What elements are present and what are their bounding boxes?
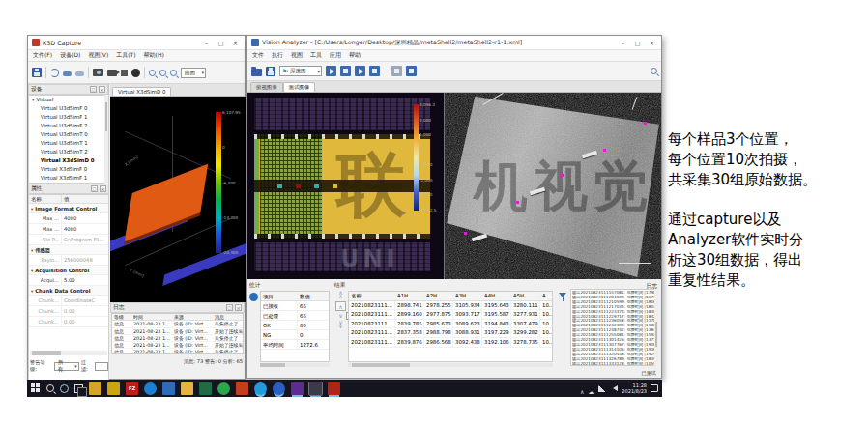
property-group[interactable]: 传感器: [29, 245, 108, 255]
dock-icon[interactable]: [226, 304, 233, 311]
disconnect-icon[interactable]: [75, 71, 84, 76]
property-row[interactable]: File P...C:\Program Fil...: [29, 235, 108, 245]
analyzer-log-list[interactable]: 输出20210823111157081: 花费时间 [1798 msecs]输出…: [570, 289, 658, 366]
viewport-tab[interactable]: Virtual X3dSimD 0: [112, 87, 171, 96]
horizontal-scrollbar[interactable]: [348, 363, 553, 367]
zoom-icon[interactable]: [651, 68, 657, 74]
start-button[interactable]: [31, 383, 41, 393]
statistics-row[interactable]: 平均时间 1272.6: [261, 340, 329, 350]
tree-item[interactable]: Virtual X3dSimF 1: [29, 174, 108, 183]
property-row[interactable]: Max ...4000: [29, 224, 108, 235]
capture-titlebar[interactable]: X3D Capture: [28, 36, 245, 50]
results-row[interactable]: 20210823111... 2899.160 2977.875 3093.71…: [349, 310, 552, 320]
analyzer-titlebar[interactable]: Vision Analyzer - [C:/Users/Longer/Deskt…: [247, 36, 661, 50]
tree-item[interactable]: Virtual U3dSimF 0: [29, 104, 108, 113]
filter-level-select[interactable]: 所有: [54, 362, 79, 371]
property-row[interactable]: Max ...4000: [29, 213, 108, 224]
taskbar-clock[interactable]: 11:28 2021/8/23: [622, 382, 647, 394]
statistics-row[interactable]: 已接收 65: [261, 301, 329, 311]
tree-item-selected[interactable]: Virtual X3dSimD 0: [29, 156, 108, 165]
close-icon[interactable]: [100, 185, 106, 192]
filter-input[interactable]: [95, 362, 108, 371]
maximize-button[interactable]: [214, 37, 228, 48]
step-button[interactable]: [355, 66, 365, 76]
tray-chevron-up-icon[interactable]: [580, 380, 584, 398]
property-row[interactable]: Chunk...0.00: [29, 317, 108, 327]
zoom-fit-icon[interactable]: [170, 70, 177, 76]
tree-root[interactable]: Virtual: [29, 96, 108, 104]
record-button[interactable]: [391, 66, 402, 76]
snapshot-icon[interactable]: [93, 69, 103, 76]
results-row[interactable]: 20210823111... 2839.785 2985.673 3089.62…: [349, 320, 552, 329]
taskbar-app-excel[interactable]: [199, 382, 212, 395]
taskbar-app-wechat[interactable]: [217, 382, 230, 395]
statistics-row[interactable]: NG 0: [261, 330, 329, 340]
taskbar-app-mail[interactable]: [162, 382, 175, 395]
search-icon[interactable]: [46, 384, 54, 392]
log-row[interactable]: 信息 2021-08-23 1... 设备 (ID: Virt... 采集停止了: [112, 349, 243, 354]
cortana-icon[interactable]: [60, 384, 69, 393]
minimize-button[interactable]: [199, 37, 214, 48]
tab-top-view[interactable]: 俯视图像: [250, 82, 283, 92]
menu-item[interactable]: 帮助: [349, 51, 361, 60]
save-icon[interactable]: [266, 67, 275, 76]
results-row[interactable]: 20210823111... 2839.876 2986.568 3092.43…: [349, 338, 552, 348]
tree-item[interactable]: Virtual U3dSimT 0: [29, 130, 108, 139]
grayscale-image[interactable]: 机视觉: [445, 93, 661, 279]
property-row[interactable]: Paylo...256000048: [29, 255, 108, 266]
cloud-icon[interactable]: [588, 380, 594, 398]
next-result-icon[interactable]: [338, 314, 342, 318]
record-icon[interactable]: [131, 69, 140, 77]
dock-icon[interactable]: [90, 86, 97, 93]
menu-item[interactable]: 应用: [330, 51, 341, 60]
menu-item[interactable]: 视图(V): [88, 51, 108, 60]
menu-item[interactable]: 执行: [272, 51, 283, 60]
horizontal-scrollbar[interactable]: [260, 363, 330, 367]
taskbar-app-sticky-notes[interactable]: [89, 382, 101, 395]
taskbar-app-file-explorer[interactable]: [181, 382, 193, 395]
statistics-row[interactable]: 已处理 65: [261, 311, 329, 321]
refresh-icon[interactable]: [50, 69, 59, 77]
stop-button[interactable]: [340, 66, 351, 76]
taskbar-app-powerpoint[interactable]: [236, 382, 248, 395]
task-view-icon[interactable]: [74, 384, 83, 393]
info-icon[interactable]: [249, 293, 258, 301]
tree-item[interactable]: Virtual U3dSimF 2: [29, 122, 108, 130]
first-result-icon[interactable]: [338, 291, 342, 298]
close-button[interactable]: [645, 37, 659, 48]
save-icon[interactable]: [32, 68, 42, 77]
network-icon[interactable]: [598, 385, 606, 392]
menu-item[interactable]: 视图: [291, 51, 303, 60]
stop-icon[interactable]: [121, 70, 128, 76]
run-button[interactable]: [326, 66, 336, 76]
filter-icon[interactable]: [559, 293, 567, 301]
property-row[interactable]: Chunk...0.00: [29, 306, 108, 317]
menu-item[interactable]: 工具(T): [116, 51, 135, 60]
last-result-icon[interactable]: [338, 321, 342, 328]
property-group[interactable]: Chunk Data Control: [29, 286, 108, 296]
results-row[interactable]: 20210823111... 2898.741 2978.255 3105.93…: [349, 301, 552, 311]
close-button[interactable]: [228, 37, 243, 48]
log-row[interactable]: 信息 2021-08-23 1... 设备 (ID: Virt... 开始了连续…: [112, 342, 243, 349]
taskbar-app-capture[interactable]: [291, 382, 304, 395]
statistics-row[interactable]: OK 65: [261, 321, 329, 330]
taskbar-app-filezilla[interactable]: FZ: [126, 382, 138, 395]
menu-item[interactable]: 设备(D): [60, 51, 80, 60]
menu-item[interactable]: 文件: [252, 51, 264, 60]
open-icon[interactable]: [251, 69, 262, 76]
log-entry[interactable]: 输出20210823111333128: 花费时间 [1059 msecs]: [572, 362, 657, 366]
connect-icon[interactable]: [63, 71, 72, 76]
minimize-button[interactable]: [616, 37, 630, 48]
image-source-select[interactable]: b: 深度图: [279, 66, 322, 76]
property-row[interactable]: Chunk...CoordinateC: [29, 296, 108, 306]
tree-item[interactable]: Virtual U3dSimT 1: [29, 139, 108, 148]
horizontal-scrollbar[interactable]: [30, 351, 107, 355]
menu-item[interactable]: 帮助(H): [144, 51, 164, 60]
tab-test-image[interactable]: 测试图像: [283, 82, 316, 92]
settings-button[interactable]: [406, 66, 417, 76]
volume-icon[interactable]: [610, 385, 618, 391]
taskbar-app-browser[interactable]: [273, 382, 285, 395]
taskbar-app-utility[interactable]: [107, 382, 120, 395]
log-row[interactable]: 信息 2021-08-23 1... 设备 (ID: Virt... 采集停止了: [112, 321, 243, 327]
heightmap-image[interactable]: 3,056.32,0001,0000-1,000-2,000-3,000-4,0…: [247, 93, 445, 279]
